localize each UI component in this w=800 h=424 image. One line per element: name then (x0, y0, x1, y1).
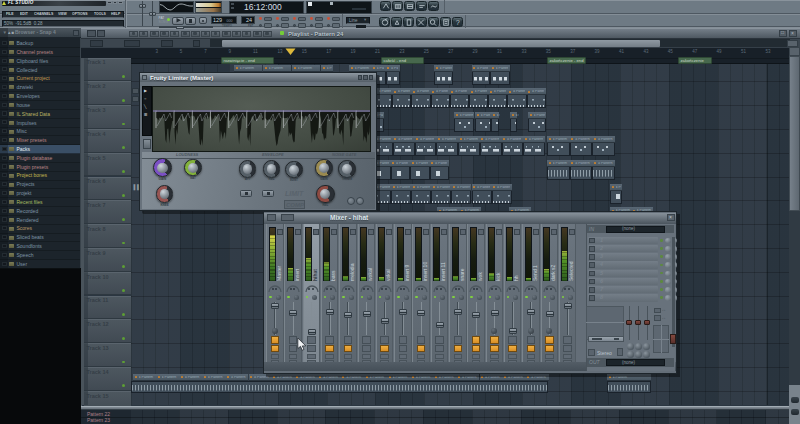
svg-text:?: ? (455, 18, 459, 27)
